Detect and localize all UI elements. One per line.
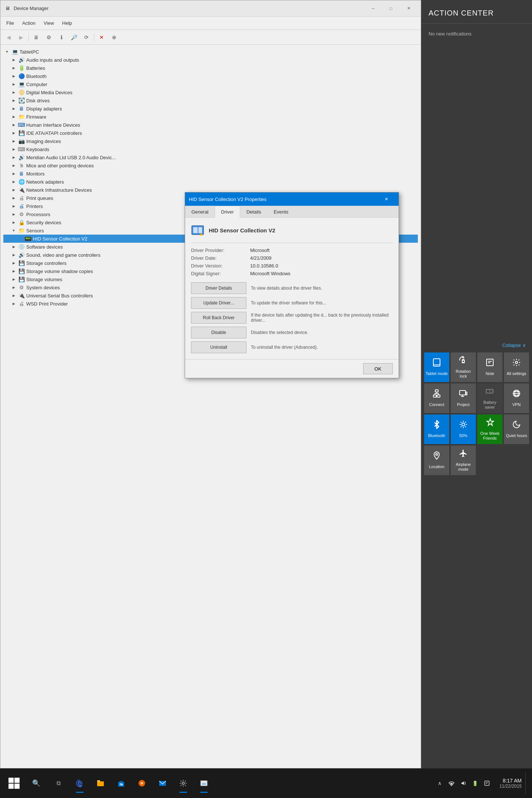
toolbar-help[interactable]: ⊕ (108, 32, 120, 42)
tree-monitors[interactable]: ▶ 🖥 Monitors (3, 170, 418, 178)
toolbar-scan[interactable]: 🔎 (68, 32, 80, 42)
menu-help[interactable]: Help (58, 19, 76, 27)
maximize-button[interactable]: □ (382, 3, 399, 14)
taskbar-store-button[interactable]: 🛍 (111, 772, 132, 794)
tree-storage-shadow-icon: 💾 (18, 268, 25, 274)
taskbar-devmgr-button[interactable] (194, 772, 214, 794)
tray-network-icon[interactable] (446, 778, 457, 788)
tree-mice[interactable]: ▶ 🖱 Mice and other pointing devices (3, 161, 418, 170)
toolbar: ◀ ▶ 🖥 ⚙ ℹ 🔎 ⟳ ✕ ⊕ (0, 30, 421, 45)
tree-imaging[interactable]: ▶ 📷 Imaging devices (3, 137, 418, 145)
expand-firmware: ▶ (11, 114, 17, 120)
taskbar-edge-button[interactable] (69, 772, 90, 794)
taskbar-explorer-button[interactable] (90, 772, 111, 794)
tree-digital-media[interactable]: ▶ 📀 Digital Media Devices (3, 88, 418, 96)
tile-quiet-hours[interactable]: Quiet hours (504, 415, 529, 444)
toolbar-delete[interactable]: ✕ (96, 32, 108, 42)
menu-file[interactable]: File (3, 19, 18, 27)
menu-action[interactable]: Action (18, 19, 39, 27)
tree-printers-label: Printers (26, 204, 43, 209)
driver-provider-row: Driver Provider: Microsoft (191, 248, 393, 253)
rollback-button[interactable]: Roll Back Driver (191, 312, 246, 324)
tile-brightness[interactable]: 50% (451, 415, 476, 444)
taskbar: 🔍 ⧉ 🛍 (0, 768, 532, 798)
toolbar-forward[interactable]: ▶ (15, 32, 27, 42)
task-view-button[interactable]: ⧉ (47, 772, 69, 794)
expand-printers: ▶ (11, 203, 17, 209)
dialog-tabs: General Driver Details Events (185, 206, 399, 218)
tree-audio[interactable]: ▶ 🔊 Audio inputs and outputs (3, 56, 418, 64)
tab-general[interactable]: General (185, 206, 215, 218)
tile-bluetooth[interactable]: Bluetooth (424, 415, 449, 444)
expand-digital-media: ▶ (11, 89, 17, 95)
tree-root[interactable]: ▼ 💻 TabletPC (3, 48, 418, 56)
tree-printers-icon: 🖨 (18, 203, 25, 209)
update-driver-button[interactable]: Update Driver... (191, 297, 246, 309)
tile-location[interactable]: Location (424, 446, 449, 475)
toolbar-back[interactable]: ◀ (3, 32, 14, 42)
tile-project[interactable]: Project (451, 383, 476, 413)
ac-collapse-button[interactable]: Collapse ∨ (502, 342, 526, 348)
tree-firmware[interactable]: ▶ 📁 Firmware (3, 113, 418, 121)
clock-date: 11/22/2015 (499, 784, 522, 789)
tree-computer[interactable]: ▶ 💻 Computer (3, 80, 418, 88)
tree-display[interactable]: ▶ 🖥 Display adapters (3, 105, 418, 113)
tile-location-label: Location (429, 464, 444, 469)
tile-connect[interactable]: Connect (424, 383, 449, 413)
tab-details[interactable]: Details (240, 206, 267, 218)
tile-all-settings[interactable]: All settings (504, 352, 529, 382)
tree-batteries[interactable]: ▶ 🔋 Batteries (3, 64, 418, 72)
taskbar-settings-button[interactable] (173, 772, 194, 794)
tile-airplane-mode[interactable]: Airplane mode (451, 446, 476, 475)
minimize-button[interactable]: ─ (365, 3, 382, 14)
bluetooth-icon (432, 420, 441, 431)
toolbar-computer[interactable]: 🖥 (30, 32, 42, 42)
show-desktop-button[interactable] (525, 772, 529, 794)
expand-network-infra: ▶ (11, 187, 17, 193)
tree-keyboards-label: Keyboards (26, 147, 49, 152)
tree-network[interactable]: ▶ 🌐 Network adapters (3, 178, 418, 186)
tree-batteries-label: Batteries (26, 65, 45, 71)
toolbar-settings[interactable]: ⚙ (43, 32, 55, 42)
tab-events[interactable]: Events (267, 206, 295, 218)
tree-ide[interactable]: ▶ 💾 IDE ATA/ATAPI controllers (3, 129, 418, 137)
tile-note[interactable]: Note (477, 352, 502, 382)
taskbar-outlook-button[interactable] (152, 772, 173, 794)
start-button[interactable] (3, 772, 25, 794)
tree-processors-icon: ⚙ (18, 211, 25, 218)
tile-battery-saver[interactable]: Battery saver (477, 383, 502, 413)
tree-keyboards[interactable]: ▶ ⌨ Keyboards (3, 145, 418, 153)
menu-view[interactable]: View (40, 19, 58, 27)
svg-rect-57 (202, 783, 206, 785)
svg-point-10 (463, 358, 464, 359)
tile-vpn[interactable]: VPN (504, 383, 529, 413)
uninstall-button[interactable]: Uninstall (191, 341, 246, 353)
tree-display-label: Display adapters (26, 106, 62, 112)
disable-button[interactable]: Disable (191, 327, 246, 338)
tile-rotation-lock[interactable]: Rotation lock (451, 352, 476, 382)
tray-battery-icon[interactable]: 🔋 (470, 778, 480, 788)
close-button[interactable]: ✕ (400, 3, 417, 14)
tile-tablet-mode[interactable]: Tablet mode (424, 352, 449, 382)
search-button[interactable]: 🔍 (25, 772, 47, 794)
taskbar-groove-button[interactable] (132, 772, 152, 794)
tray-volume-icon[interactable] (458, 778, 468, 788)
ok-button[interactable]: OK (363, 363, 393, 374)
tree-disk[interactable]: ▶ 💽 Disk drives (3, 96, 418, 105)
tree-bluetooth[interactable]: ▶ 🔵 Bluetooth (3, 72, 418, 80)
tile-one-week-friends[interactable]: One Week Friends (477, 415, 502, 444)
tray-action-center-icon[interactable] (482, 778, 492, 788)
taskbar-clock[interactable]: 8:17 AM 11/22/2015 (496, 778, 525, 789)
tree-hid[interactable]: ▶ ⌨ Human Interface Devices (3, 121, 418, 129)
driver-details-button[interactable]: Driver Details (191, 282, 246, 294)
toolbar-info[interactable]: ℹ (55, 32, 67, 42)
tab-driver[interactable]: Driver (215, 206, 240, 218)
tray-expand-icon[interactable]: ∧ (434, 778, 445, 788)
tree-sensors-icon: 📁 (18, 227, 25, 234)
tree-meridian[interactable]: ▶ 🔊 Meridian Audio Ltd USB 2.0 Audio Dev… (3, 153, 418, 161)
dialog-close-button[interactable]: ✕ (378, 194, 395, 205)
tree-root-label: TabletPC (20, 49, 39, 55)
toolbar-refresh[interactable]: ⟳ (81, 32, 92, 42)
expand-hid: ▶ (11, 122, 17, 128)
tree-hid-icon: ⌨ (18, 122, 25, 128)
